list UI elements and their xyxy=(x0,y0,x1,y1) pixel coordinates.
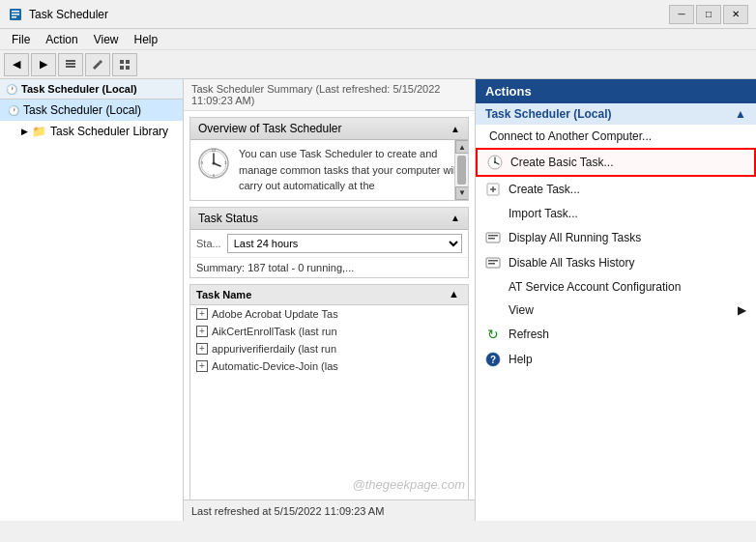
svg-rect-32 xyxy=(488,263,495,265)
task-list-column-header: Task Name xyxy=(196,289,251,300)
svg-rect-9 xyxy=(120,66,124,70)
svg-rect-29 xyxy=(488,238,495,240)
view-label: View xyxy=(509,303,534,317)
expand-icon: ▶ xyxy=(21,127,28,136)
list-item[interactable]: + AikCertEnrollTask (last run xyxy=(190,323,468,340)
task-status-collapse-icon[interactable]: ▲ xyxy=(451,213,460,223)
expand-icon: + xyxy=(196,360,208,372)
svg-rect-31 xyxy=(488,260,498,262)
view-arrow-icon: ▶ xyxy=(738,303,746,317)
toolbar-up[interactable] xyxy=(58,53,83,76)
help-icon: ? xyxy=(485,352,501,367)
action-import[interactable]: Import Task... xyxy=(476,202,756,225)
actions-panel: Actions Task Scheduler (Local) ▲ Connect… xyxy=(476,79,756,521)
action-at-service[interactable]: AT Service Account Configuration xyxy=(476,275,756,299)
overview-header: Overview of Task Scheduler ▲ xyxy=(190,118,468,140)
svg-rect-8 xyxy=(126,60,130,64)
expand-icon: + xyxy=(196,343,208,355)
toolbar-back[interactable]: ◀ xyxy=(4,53,29,76)
action-group-collapse-icon[interactable]: ▲ xyxy=(735,107,746,121)
create-basic-label: Create Basic Task... xyxy=(510,156,614,169)
task-list-content: + Adobe Acrobat Update Tas + AikCertEnro… xyxy=(190,305,468,515)
svg-rect-2 xyxy=(12,14,19,15)
toolbar-grid[interactable] xyxy=(112,53,137,76)
maximize-button[interactable]: □ xyxy=(696,5,721,24)
menu-file[interactable]: File xyxy=(4,31,38,48)
main-container: 🕐 Task Scheduler (Local) 🕐 Task Schedule… xyxy=(0,79,756,521)
toolbar-forward[interactable]: ▶ xyxy=(31,53,56,76)
clock-icon: 12 3 6 9 xyxy=(196,146,231,181)
action-connect[interactable]: Connect to Another Computer... xyxy=(476,125,756,148)
title-bar: Task Scheduler ─ □ ✕ xyxy=(0,0,756,29)
action-view[interactable]: View ▶ xyxy=(476,299,756,322)
connect-label: Connect to Another Computer... xyxy=(489,129,652,143)
status-bar-text: Last refreshed at 5/15/2022 11:09:23 AM xyxy=(191,505,384,517)
minimize-button[interactable]: ─ xyxy=(669,5,694,24)
toolbar-edit[interactable] xyxy=(85,53,110,76)
expand-icon: + xyxy=(196,326,208,337)
action-display-running[interactable]: Display All Running Tasks xyxy=(476,225,756,250)
refresh-icon: ↻ xyxy=(485,327,501,342)
list-item[interactable]: + appuriverifierdaily (last run xyxy=(190,340,468,357)
summary-row: Summary: 187 total - 0 running,... xyxy=(190,258,468,277)
action-create-basic[interactable]: Create Basic Task... xyxy=(476,148,756,177)
close-button[interactable]: ✕ xyxy=(723,5,748,24)
tree-header: 🕐 Task Scheduler (Local) xyxy=(0,79,183,100)
center-header: Task Scheduler Summary (Last refreshed: … xyxy=(184,79,475,111)
svg-rect-1 xyxy=(12,11,19,13)
svg-rect-28 xyxy=(488,235,498,237)
task-status-header: Task Status ▲ xyxy=(190,208,468,230)
svg-rect-7 xyxy=(120,60,124,64)
refresh-label: Refresh xyxy=(509,328,549,341)
svg-rect-3 xyxy=(12,16,16,18)
create-label: Create Task... xyxy=(509,183,580,196)
list-item[interactable]: + Adobe Acrobat Update Tas xyxy=(190,305,468,323)
task-status-title: Task Status xyxy=(198,212,258,225)
display-running-icon xyxy=(485,230,501,245)
scroll-up-btn[interactable]: ▲ xyxy=(455,140,468,154)
status-filter-row: Sta... Last 24 hours Last 7 days Last 30… xyxy=(190,230,468,258)
help-label: Help xyxy=(509,353,533,366)
left-panel: 🕐 Task Scheduler (Local) 🕐 Task Schedule… xyxy=(0,79,184,521)
menu-view[interactable]: View xyxy=(86,31,127,48)
overview-section: Overview of Task Scheduler ▲ 12 3 xyxy=(189,117,469,201)
action-group-label: Task Scheduler (Local) xyxy=(485,107,611,121)
task-list-header: Task Name ▲ xyxy=(190,285,468,305)
action-group-header: Task Scheduler (Local) ▲ xyxy=(476,103,756,125)
task-list-scroll-up[interactable]: ▲ xyxy=(449,288,462,301)
tree-item-local[interactable]: 🕐 Task Scheduler (Local) xyxy=(0,100,183,121)
action-help[interactable]: ? Help xyxy=(476,347,756,372)
svg-rect-6 xyxy=(66,66,75,68)
tree-header-label: Task Scheduler (Local) xyxy=(21,83,137,95)
task-status-section: Task Status ▲ Sta... Last 24 hours Last … xyxy=(189,207,469,278)
scroll-down-btn[interactable]: ▼ xyxy=(455,186,468,200)
overview-scrollbar[interactable]: ▲ ▼ xyxy=(454,140,468,200)
action-disable-history[interactable]: Disable All Tasks History xyxy=(476,250,756,275)
status-bar: Last refreshed at 5/15/2022 11:09:23 AM xyxy=(184,499,475,521)
tree-local-label: Task Scheduler (Local) xyxy=(23,103,141,117)
action-refresh[interactable]: ↻ Refresh xyxy=(476,322,756,347)
menu-action[interactable]: Action xyxy=(38,31,85,48)
svg-text:?: ? xyxy=(490,355,496,365)
import-label: Import Task... xyxy=(509,207,578,220)
tree-library-label: Task Scheduler Library xyxy=(50,125,168,138)
disable-history-icon xyxy=(485,255,501,271)
action-create[interactable]: Create Task... xyxy=(476,177,756,202)
center-panel: Task Scheduler Summary (Last refreshed: … xyxy=(184,79,476,521)
overview-collapse-icon[interactable]: ▲ xyxy=(451,124,460,134)
tree-item-library[interactable]: ▶ 📁 Task Scheduler Library xyxy=(0,121,183,142)
at-service-label: AT Service Account Configuration xyxy=(509,280,681,294)
status-filter-label: Sta... xyxy=(196,238,221,249)
disable-history-label: Disable All Tasks History xyxy=(509,256,635,270)
scroll-thumb[interactable] xyxy=(457,156,466,185)
overview-content: 12 3 6 9 You can use Task Scheduler to c… xyxy=(190,140,468,200)
menu-help[interactable]: Help xyxy=(127,31,166,48)
display-running-label: Display All Running Tasks xyxy=(509,231,641,244)
list-item[interactable]: + Automatic-Device-Join (las xyxy=(190,357,468,375)
overview-title: Overview of Task Scheduler xyxy=(198,122,342,135)
menu-bar: File Action View Help xyxy=(0,29,756,50)
status-filter-select[interactable]: Last 24 hours Last 7 days Last 30 days xyxy=(227,234,462,253)
create-basic-icon xyxy=(487,155,503,170)
svg-text:12: 12 xyxy=(212,148,217,153)
overview-text: You can use Task Scheduler to create and… xyxy=(239,146,462,194)
